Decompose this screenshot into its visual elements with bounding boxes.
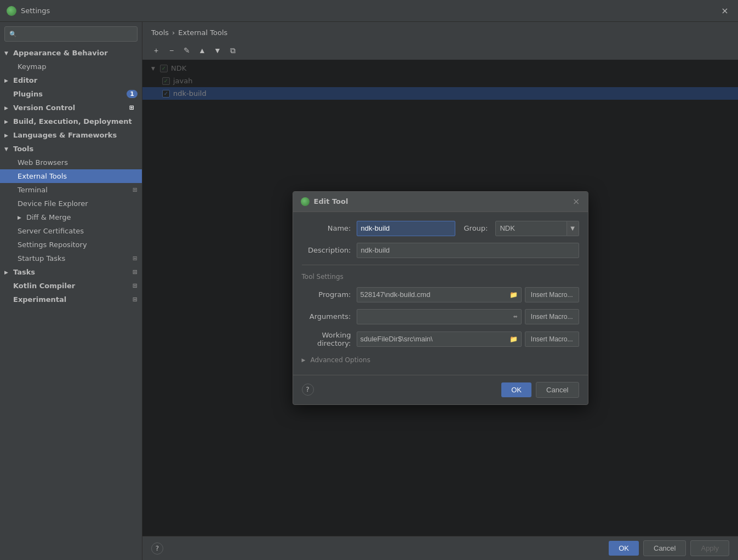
advanced-options-toggle[interactable]: Advanced Options xyxy=(302,354,579,366)
search-box[interactable]: 🔍 xyxy=(4,26,138,42)
sidebar-item-keymap[interactable]: Keymap xyxy=(0,60,142,73)
working-dir-field-with-btn: 📁 Insert Macro... xyxy=(357,332,579,347)
sidebar-item-appearance[interactable]: Appearance & Behavior xyxy=(0,46,142,60)
arguments-expand-icon[interactable]: ⬌ xyxy=(510,313,520,319)
sidebar-item-label: Build, Execution, Deployment xyxy=(13,117,132,125)
program-field-with-btn: 📁 Insert Macro... xyxy=(357,287,579,302)
arguments-field-with-btn: ⬌ Insert Macro... xyxy=(357,309,579,324)
program-insert-macro-button[interactable]: Insert Macro... xyxy=(525,287,579,302)
modal-ok-button[interactable]: OK xyxy=(501,382,531,397)
sidebar-item-label: External Tools xyxy=(18,172,67,180)
modal-close-button[interactable]: × xyxy=(573,197,580,206)
sidebar-item-experimental[interactable]: Experimental ⊞ xyxy=(0,293,142,306)
chevron-down-icon xyxy=(4,50,10,56)
plugins-badge: 1 xyxy=(127,90,138,98)
chevron-right-icon xyxy=(4,119,10,124)
sidebar-item-web-browsers[interactable]: Web Browsers xyxy=(0,156,142,169)
sidebar-item-version-control[interactable]: Version Control ⊞ xyxy=(0,101,142,115)
group-select[interactable]: NDK xyxy=(495,221,567,236)
folder-icon[interactable]: 📁 xyxy=(506,291,521,299)
help-button[interactable]: ? xyxy=(151,542,163,555)
modal-header: Edit Tool × xyxy=(293,192,588,212)
program-row: Program: 📁 Insert Macro... xyxy=(302,287,579,302)
tasks-icon: ⊞ xyxy=(133,268,138,276)
chevron-right-icon xyxy=(4,105,10,111)
search-input[interactable] xyxy=(20,30,133,38)
sidebar-item-label: Appearance & Behavior xyxy=(13,49,108,57)
sidebar-item-tasks[interactable]: Tasks ⊞ xyxy=(0,265,142,279)
sidebar-item-languages[interactable]: Languages & Frameworks xyxy=(0,128,142,142)
sidebar-item-server-certificates[interactable]: Server Certificates xyxy=(0,224,142,238)
sidebar-item-tools[interactable]: Tools xyxy=(0,142,142,156)
sidebar-item-settings-repository[interactable]: Settings Repository xyxy=(0,238,142,252)
arguments-input[interactable] xyxy=(357,310,510,324)
working-dir-label: Working directory: xyxy=(302,331,351,347)
version-control-badge: ⊞ xyxy=(126,104,138,112)
sidebar-item-label: Web Browsers xyxy=(18,158,68,167)
terminal-icon: ⊞ xyxy=(133,186,138,193)
tool-settings-section: Tool Settings Program: 📁 Insert Macro. xyxy=(302,265,579,347)
apply-button[interactable]: Apply xyxy=(690,540,729,556)
sidebar: 🔍 Appearance & Behavior Keymap Editor Pl… xyxy=(0,22,142,560)
window-close-button[interactable]: × xyxy=(718,4,731,18)
sidebar-item-external-tools[interactable]: External Tools xyxy=(0,169,142,183)
modal-cancel-button[interactable]: Cancel xyxy=(536,382,579,398)
working-dir-input[interactable] xyxy=(357,332,506,346)
sidebar-item-device-file-explorer[interactable]: Device File Explorer xyxy=(0,197,142,210)
sidebar-item-startup-tasks[interactable]: Startup Tasks ⊞ xyxy=(0,252,142,265)
edit-tool-button[interactable]: ✎ xyxy=(180,43,194,58)
arguments-input-wrap: ⬌ xyxy=(357,309,522,324)
group-select-arrow[interactable]: ▼ xyxy=(567,221,579,236)
kotlin-icon: ⊞ xyxy=(133,282,138,289)
experimental-icon: ⊞ xyxy=(133,296,138,303)
tree-area: ✓ NDK ✓ javah ✓ ndk-build Edit Tool xyxy=(142,60,738,536)
group-label: Group: xyxy=(464,224,488,232)
sidebar-item-label: Kotlin Compiler xyxy=(13,282,75,290)
sidebar-item-diff-merge[interactable]: Diff & Merge xyxy=(0,210,142,224)
modal-help-button[interactable]: ? xyxy=(302,384,314,396)
sidebar-item-label: Experimental xyxy=(13,295,66,304)
search-icon: 🔍 xyxy=(9,31,17,38)
modal-title: Edit Tool xyxy=(314,197,348,205)
working-dir-folder-icon[interactable]: 📁 xyxy=(506,335,521,343)
program-input-wrap: 📁 xyxy=(357,287,522,302)
app-icon xyxy=(7,6,16,16)
sidebar-item-build[interactable]: Build, Execution, Deployment xyxy=(0,115,142,128)
remove-tool-button[interactable]: − xyxy=(164,43,179,58)
move-up-button[interactable]: ▲ xyxy=(195,43,209,58)
ok-button[interactable]: OK xyxy=(609,541,639,556)
sidebar-item-label: Keymap xyxy=(18,62,46,71)
sidebar-item-label: Startup Tasks xyxy=(18,254,65,262)
sidebar-item-plugins[interactable]: Plugins 1 xyxy=(0,87,142,101)
sidebar-item-editor[interactable]: Editor xyxy=(0,73,142,87)
edit-tool-modal: Edit Tool × Name: Group: NDK xyxy=(293,191,588,405)
arguments-insert-macro-button[interactable]: Insert Macro... xyxy=(525,309,579,324)
breadcrumb: Tools › External Tools xyxy=(142,22,738,41)
description-input[interactable] xyxy=(357,243,579,258)
copy-button[interactable]: ⧉ xyxy=(226,43,240,58)
startup-tasks-icon: ⊞ xyxy=(133,255,138,262)
sidebar-item-label: Diff & Merge xyxy=(26,213,71,221)
sidebar-item-label: Editor xyxy=(13,76,37,84)
move-down-button[interactable]: ▼ xyxy=(210,43,225,58)
sidebar-item-kotlin-compiler[interactable]: Kotlin Compiler ⊞ xyxy=(0,279,142,293)
arguments-label: Arguments: xyxy=(302,312,351,321)
add-tool-button[interactable]: + xyxy=(149,43,163,58)
sidebar-item-label: Languages & Frameworks xyxy=(13,131,117,139)
name-group-row: Name: Group: NDK ▼ xyxy=(302,221,579,236)
sidebar-item-label: Version Control xyxy=(13,104,75,112)
cancel-button[interactable]: Cancel xyxy=(643,540,686,556)
chevron-right-icon xyxy=(302,357,307,363)
working-dir-insert-macro-button[interactable]: Insert Macro... xyxy=(525,332,579,347)
name-input[interactable] xyxy=(357,221,455,236)
sidebar-item-label: Plugins xyxy=(13,90,43,98)
sidebar-item-label: Device File Explorer xyxy=(18,199,88,208)
program-input[interactable] xyxy=(357,288,506,302)
modal-body: Name: Group: NDK ▼ xyxy=(293,212,588,375)
title-bar: Settings × xyxy=(0,0,738,22)
working-dir-input-wrap: 📁 xyxy=(357,332,522,347)
sidebar-item-terminal[interactable]: Terminal ⊞ xyxy=(0,183,142,197)
program-label: Program: xyxy=(302,290,351,299)
chevron-down-icon xyxy=(4,146,10,152)
breadcrumb-current: External Tools xyxy=(178,28,227,37)
